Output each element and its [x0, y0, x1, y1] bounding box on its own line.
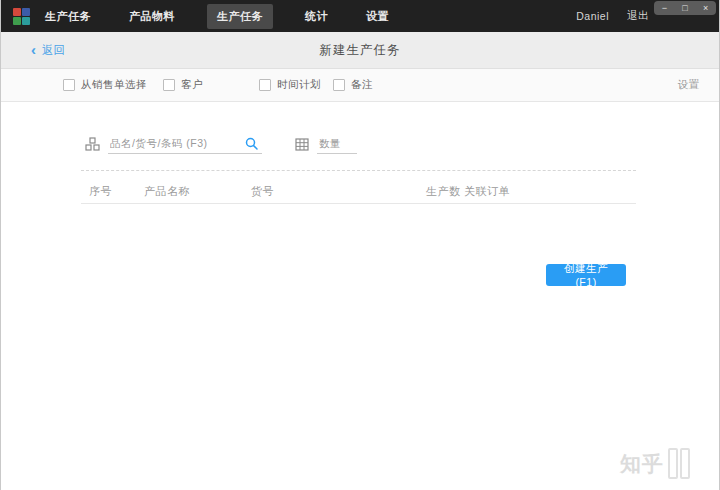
checkbox-group-time-plan: 时间计划 [259, 78, 321, 92]
main-content: 序号 产品名称 货号 生产数 关联订单 创建生产 (F1) 知乎 [1, 102, 719, 490]
checkbox-time-plan[interactable] [259, 79, 271, 91]
logo-square-blue [22, 8, 30, 16]
col-header-item-number: 货号 [251, 184, 274, 199]
watermark-text: 知乎 [620, 450, 664, 478]
back-label: 返回 [42, 43, 65, 58]
menu-item-production-tasks-active[interactable]: 生产任务 [207, 4, 273, 29]
product-search-field [100, 134, 262, 154]
app-logo-icon [13, 8, 30, 25]
checkbox-group-from-sales-order: 从销售单选择 [63, 78, 147, 92]
checkbox-remarks[interactable] [333, 79, 345, 91]
minimize-button[interactable]: − [662, 4, 667, 13]
logo-square-red [13, 8, 21, 16]
titlebar: 生产任务 产品物料 生产任务 统计 设置 Daniel 退出 − □ × [1, 0, 719, 32]
checkbox-label: 时间计划 [277, 78, 321, 92]
menu-item-product-materials[interactable]: 产品物料 [123, 5, 181, 28]
checkbox-customer[interactable] [163, 79, 175, 91]
table-header-underline [81, 203, 636, 204]
checkbox-group-remarks: 备注 [333, 78, 373, 92]
logo-square-green [13, 17, 21, 25]
checkbox-from-sales-order[interactable] [63, 79, 75, 91]
app-window: 生产任务 产品物料 生产任务 统计 设置 Daniel 退出 − □ × ‹ 返… [0, 0, 720, 490]
checkbox-group-customer: 客户 [163, 78, 203, 92]
logo-square-teal [22, 17, 30, 25]
window-controls: − □ × [654, 1, 716, 15]
product-box-icon [85, 137, 100, 151]
subheader: ‹ 返回 新建生产任务 [1, 32, 719, 69]
menu-item-production-tasks[interactable]: 生产任务 [39, 5, 97, 28]
col-header-related-order: 关联订单 [464, 184, 510, 199]
page-title: 新建生产任务 [1, 42, 719, 59]
magnifier-icon[interactable] [245, 137, 258, 150]
watermark-bars-icon [668, 448, 690, 479]
maximize-button[interactable]: □ [682, 4, 687, 13]
menu-item-statistics[interactable]: 统计 [299, 5, 334, 28]
main-menu: 生产任务 产品物料 生产任务 统计 设置 [39, 0, 395, 32]
col-header-product-name: 产品名称 [144, 184, 190, 199]
search-row [85, 134, 357, 154]
back-button[interactable]: ‹ 返回 [31, 43, 65, 58]
quantity-input[interactable] [317, 134, 357, 154]
close-button[interactable]: × [703, 4, 708, 13]
grid-icon [295, 138, 309, 151]
dashed-separator [81, 170, 636, 171]
options-bar: 从销售单选择 客户 时间计划 备注 设置 [1, 69, 719, 102]
options-settings-link[interactable]: 设置 [678, 78, 699, 92]
col-header-production-qty: 生产数 [426, 184, 461, 199]
checkbox-label: 从销售单选择 [81, 78, 147, 92]
titlebar-right: Daniel 退出 [576, 9, 649, 23]
checkbox-label: 备注 [351, 78, 373, 92]
table-header-row: 序号 产品名称 货号 生产数 关联订单 [81, 182, 636, 202]
user-name[interactable]: Daniel [576, 10, 609, 22]
col-header-index: 序号 [89, 184, 112, 199]
checkbox-label: 客户 [181, 78, 203, 92]
chevron-left-icon: ‹ [31, 42, 36, 57]
product-search-input[interactable] [108, 134, 262, 154]
watermark: 知乎 [620, 448, 690, 479]
menu-item-settings[interactable]: 设置 [360, 5, 395, 28]
create-production-button[interactable]: 创建生产 (F1) [546, 264, 626, 286]
logout-button[interactable]: 退出 [627, 9, 649, 23]
quantity-field [295, 134, 357, 154]
